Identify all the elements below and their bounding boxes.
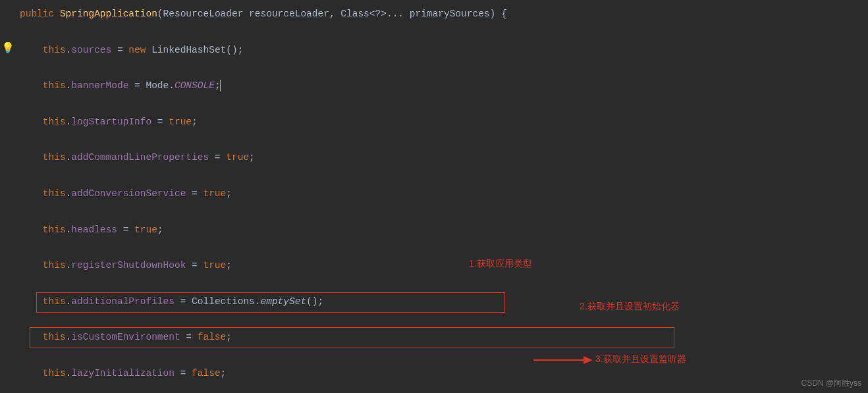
code-line: this.bannerMode = Mode.CONSOLE; (20, 77, 868, 95)
code-line: this.isCustomEnvironment = false; (20, 328, 868, 346)
code-line: this.lazyInitialization = false; (20, 365, 868, 382)
code-line: this.headless = true; (20, 221, 868, 239)
code-line: public SpringApplication(ResourceLoader … (20, 5, 868, 23)
code-line: this.registerShutdownHook = true; (20, 257, 868, 275)
caret (220, 80, 221, 92)
code-line: this.addConversionService = true; (20, 185, 868, 203)
watermark: CSDN @阿胜yss (801, 378, 861, 389)
code-editor[interactable]: public SpringApplication(ResourceLoader … (0, 0, 868, 393)
code-line: this.additionalProfiles = Collections.em… (20, 293, 868, 311)
code-line: this.addCommandLineProperties = true; (20, 149, 868, 167)
code-line: this.logStartupInfo = true; (20, 113, 868, 131)
code-line: this.sources = new LinkedHashSet(); (20, 41, 868, 59)
